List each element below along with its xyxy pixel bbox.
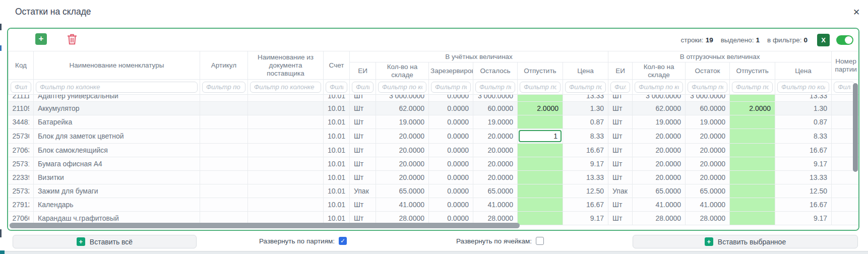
underlying-page-sliver xyxy=(0,229,2,237)
expand-cells-checkbox[interactable] xyxy=(536,237,544,245)
release-cell-accounting[interactable] xyxy=(518,198,563,212)
grid-view-toggle[interactable] xyxy=(836,35,853,45)
plus-icon: + xyxy=(705,237,713,246)
release-cell-accounting[interactable] xyxy=(518,212,563,225)
add-row-button[interactable]: + xyxy=(35,33,47,45)
vertical-scrollbar-thumb[interactable] xyxy=(853,83,858,172)
close-icon[interactable]: ✕ xyxy=(850,6,863,19)
filter-input-release-acc[interactable] xyxy=(520,82,561,93)
filter-input-price-acc[interactable] xyxy=(565,82,606,93)
release-qty-input[interactable] xyxy=(519,130,562,142)
underlying-page-strip xyxy=(0,251,868,254)
expand-cells-group: Развернуть по ячейкам: xyxy=(456,231,544,251)
release-cell-accounting[interactable] xyxy=(518,157,563,171)
table-row[interactable]: 25731 Бумага офисная А4 10.01 Шт 20.0000… xyxy=(9,157,859,171)
column-header-doc-name[interactable]: Наименование из документа поставщика xyxy=(248,51,324,80)
expand-batches-label: Развернуть по партиям: xyxy=(259,237,335,245)
column-header-article[interactable]: Артикул xyxy=(200,51,248,80)
release-cell-shipping[interactable] xyxy=(730,95,775,102)
filter-input-name[interactable] xyxy=(36,82,198,93)
release-cell-shipping[interactable] xyxy=(730,198,775,212)
release-cell-shipping[interactable] xyxy=(730,184,775,198)
group-header-accounting: В учётных величинах xyxy=(350,51,608,62)
filter-input-left-acc[interactable] xyxy=(475,82,515,93)
insert-selected-button[interactable]: + Вставить выбранное xyxy=(633,235,858,248)
column-header-unit-acc[interactable]: ЕИ xyxy=(350,62,376,80)
toolbar-right: строки:19 выделено:1 в фильтре:0 X xyxy=(680,29,853,51)
release-cell-shipping[interactable] xyxy=(730,129,775,144)
filter-input-reserved[interactable] xyxy=(431,82,471,93)
column-header-left-acc[interactable]: Осталось xyxy=(473,62,518,80)
release-cell-accounting[interactable] xyxy=(518,95,563,102)
delete-row-button[interactable] xyxy=(67,33,78,45)
table-row[interactable]: 22339 Визитки 10.01 Шт 20.0000 0.0000 20… xyxy=(9,171,859,184)
table-body: 21111 Адаптер универсальный 10.01 Шт 3 0… xyxy=(9,95,859,225)
release-cell-shipping[interactable] xyxy=(730,115,775,129)
filter-input-unit-acc[interactable] xyxy=(352,82,374,93)
filter-input-left-ship[interactable] xyxy=(688,82,727,93)
filter-input-article[interactable] xyxy=(202,82,245,93)
column-header-code[interactable]: Код xyxy=(9,51,34,80)
column-header-unit-ship[interactable]: ЕИ xyxy=(608,62,633,80)
filter-input-qty-ship[interactable] xyxy=(635,82,683,93)
expand-cells-label: Развернуть по ячейкам: xyxy=(456,237,532,245)
column-header-qty-ship[interactable]: Кол-во на складе xyxy=(633,62,686,80)
release-cell-shipping[interactable] xyxy=(730,171,775,184)
release-cell-accounting[interactable] xyxy=(518,144,563,157)
filter-input-release-ship[interactable] xyxy=(732,82,773,93)
column-header-left-ship[interactable]: Остаток xyxy=(686,62,730,80)
column-header-price-acc[interactable]: Цена xyxy=(563,62,608,80)
release-cell-shipping[interactable]: 2.0000 xyxy=(730,102,775,115)
release-cell-accounting[interactable] xyxy=(518,171,563,184)
column-header-qty-acc[interactable]: Кол-во на складе xyxy=(376,62,429,80)
filter-input-code[interactable] xyxy=(11,82,31,93)
filter-input-qty-acc[interactable] xyxy=(378,82,426,93)
table-row[interactable]: 21111 Адаптер универсальный 10.01 Шт 3 0… xyxy=(9,95,859,102)
table-row[interactable]: 21109 Аккумулятор 10.01 Шт 62.0000 0.000… xyxy=(9,102,859,115)
filter-row xyxy=(9,80,859,95)
insert-all-button[interactable]: + Вставить всё xyxy=(13,235,197,248)
insert-selected-label: Вставить выбранное xyxy=(718,238,786,246)
expand-batches-checkbox[interactable]: ✓ xyxy=(339,237,347,245)
group-header-shipping: В отгрузочных величинах xyxy=(608,51,832,62)
table-row[interactable]: 25732 Зажим для бумаги 10.01 Упак 65.000… xyxy=(9,184,859,198)
excel-export-button[interactable]: X xyxy=(817,34,830,46)
column-header-release-ship[interactable]: Отпустить xyxy=(730,62,775,80)
release-cell-shipping[interactable] xyxy=(730,212,775,225)
release-cell-shipping[interactable] xyxy=(730,144,775,157)
release-cell-accounting[interactable] xyxy=(518,129,563,144)
release-cell-shipping[interactable] xyxy=(730,157,775,171)
expand-batches-group: Развернуть по партиям: ✓ xyxy=(259,231,347,251)
group-header-row: Код Наименование номенклатуры Артикул На… xyxy=(9,51,859,62)
filter-input-price-ship[interactable] xyxy=(777,82,829,93)
selected-count: выделено:1 xyxy=(721,36,760,44)
column-header-account[interactable]: Счет xyxy=(324,51,350,80)
table-toolbar: + строки:19 выделено:1 в фильтре:0 X xyxy=(8,29,858,51)
column-header-release-acc[interactable]: Отпустить xyxy=(518,62,563,80)
table-row[interactable]: 34481 Батарейка 10.01 Шт 19.0000 0.0000 … xyxy=(9,115,859,129)
filter-input-doc-name[interactable] xyxy=(250,82,321,93)
release-cell-accounting[interactable] xyxy=(518,115,563,129)
rows-count: строки:19 xyxy=(680,36,713,44)
filter-input-account[interactable] xyxy=(326,82,347,93)
stock-panel: + строки:19 выделено:1 в фильтре:0 X xyxy=(7,28,859,231)
release-cell-accounting[interactable]: 2.0000 xyxy=(518,102,563,115)
filter-input-batch[interactable] xyxy=(834,82,855,93)
table-wrap: Код Наименование номенклатуры Артикул На… xyxy=(8,51,858,230)
column-header-name[interactable]: Наименование номенклатуры xyxy=(34,51,200,80)
horizontal-scrollbar-thumb[interactable] xyxy=(10,223,520,228)
release-cell-accounting[interactable] xyxy=(518,184,563,198)
table-row[interactable]: 27912 Календарь 10.01 Шт 41.0000 0.0000 … xyxy=(9,198,859,212)
stock-table: Код Наименование номенклатуры Артикул На… xyxy=(8,51,858,225)
toggle-knob xyxy=(845,36,852,44)
column-header-price-ship[interactable]: Цена xyxy=(775,62,832,80)
column-header-batch[interactable]: Номер партии xyxy=(832,51,858,80)
trash-icon xyxy=(67,33,78,45)
filtered-count: в фильтре:0 xyxy=(767,36,808,44)
table-row[interactable]: 25730 Блок для заметок цветной 10.01 Шт … xyxy=(9,129,859,144)
footer-bar: + Вставить всё Развернуть по партиям: ✓ … xyxy=(0,231,868,251)
filter-input-unit-ship[interactable] xyxy=(610,82,630,93)
table-row[interactable]: 27063 Блок самоклеящийся 10.01 Шт 20.000… xyxy=(9,144,859,157)
column-header-reserved[interactable]: Зарезервировано xyxy=(429,62,473,80)
underlying-page-sliver xyxy=(0,24,2,30)
